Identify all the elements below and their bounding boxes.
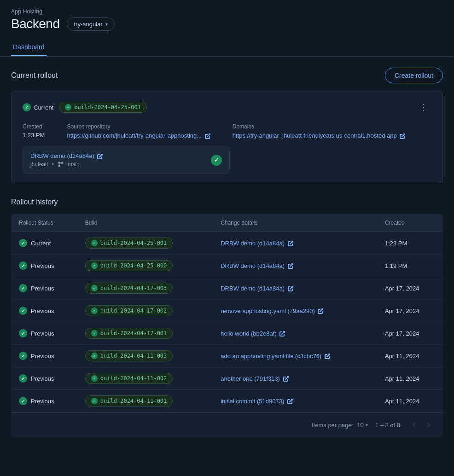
app-hosting-label: App Hosting bbox=[11, 8, 443, 15]
branch-dropdown-label: try-angular bbox=[74, 21, 102, 28]
row-change-link[interactable]: DRBW demo (d14a84a) bbox=[221, 240, 293, 247]
row-status-dot bbox=[19, 329, 27, 337]
cell-status: Previous bbox=[12, 322, 78, 345]
build-dot-icon bbox=[65, 104, 71, 110]
chevron-down-icon: ▾ bbox=[105, 22, 108, 27]
tab-bar: Dashboard bbox=[11, 39, 443, 56]
create-rollout-button[interactable]: Create rollout bbox=[385, 68, 443, 83]
current-rollout-card: Current build-2024-04-25-001 ⋮ Created 1… bbox=[11, 91, 443, 183]
cell-build: build-2024-04-11-002 bbox=[78, 367, 213, 390]
external-link-icon bbox=[205, 134, 210, 139]
branch-dropdown[interactable]: try-angular ▾ bbox=[67, 17, 114, 31]
table-row: Previous build-2024-04-11-001 initial co… bbox=[12, 390, 443, 412]
domains-meta: Domains https://try-angular–jhuleatt-fri… bbox=[233, 123, 406, 139]
per-page-select[interactable]: 10 ▾ bbox=[357, 422, 367, 429]
cell-change: DRBW demo (d14a84a) bbox=[213, 255, 378, 277]
per-page-value: 10 bbox=[357, 422, 363, 429]
build-id: build-2024-04-25-001 bbox=[74, 104, 141, 110]
cell-created: Apr 11, 2024 bbox=[378, 390, 443, 412]
page-navigation bbox=[407, 418, 435, 431]
row-build-id: build-2024-04-25-000 bbox=[100, 262, 167, 269]
card-top-row: Current build-2024-04-25-001 ⋮ bbox=[23, 100, 431, 114]
row-change-link[interactable]: initial commit (51d9073) bbox=[221, 398, 293, 405]
domain-link[interactable]: https://try-angular–jhuleatt-friendlyeat… bbox=[233, 132, 406, 139]
row-change-link[interactable]: DRBW demo (d14a84a) bbox=[221, 262, 293, 269]
cell-status: Previous bbox=[12, 300, 78, 322]
row-build-dot bbox=[91, 262, 98, 269]
cell-change: another one (791f313) bbox=[213, 367, 378, 390]
row-build-id: build-2024-04-17-002 bbox=[100, 308, 167, 314]
row-change-link[interactable]: DRBW demo (d14a84a) bbox=[221, 285, 293, 292]
source-repo-link[interactable]: https://github.com/jhuleatt/try-angular-… bbox=[67, 132, 210, 139]
row-build-id: build-2024-04-17-001 bbox=[100, 330, 167, 337]
cell-change: DRBW demo (d14a84a) bbox=[213, 277, 378, 300]
row-build-badge: build-2024-04-25-001 bbox=[85, 238, 173, 249]
row-external-icon bbox=[318, 308, 323, 314]
row-build-badge: build-2024-04-11-001 bbox=[85, 395, 173, 406]
current-rollout-title: Current rollout bbox=[11, 71, 58, 80]
row-build-id: build-2024-04-11-003 bbox=[100, 353, 167, 359]
row-change-link[interactable]: another one (791f313) bbox=[221, 375, 288, 382]
col-build: Build bbox=[78, 214, 213, 232]
status-dot-icon bbox=[23, 103, 31, 111]
commit-meta: jhuleatt • main bbox=[30, 161, 103, 168]
tab-dashboard[interactable]: Dashboard bbox=[11, 39, 47, 56]
cell-build: build-2024-04-25-000 bbox=[78, 255, 213, 277]
row-status-dot bbox=[19, 352, 27, 360]
cell-change: hello world (bb2e8af) bbox=[213, 322, 378, 345]
source-repo-label: Source repository bbox=[67, 123, 210, 130]
row-status-label: Previous bbox=[31, 330, 54, 337]
main-content: Current rollout Create rollout Current b… bbox=[0, 57, 454, 448]
backend-row: Backend try-angular ▾ bbox=[11, 17, 443, 31]
row-external-icon bbox=[288, 241, 293, 246]
branch-icon bbox=[58, 161, 64, 168]
source-repo-meta: Source repository https://github.com/jhu… bbox=[67, 123, 210, 139]
row-status-label: Previous bbox=[31, 285, 54, 292]
domains-label: Domains bbox=[233, 123, 406, 130]
cell-change: DRBW demo (d14a84a) bbox=[213, 232, 378, 255]
rollout-history-title: Rollout history bbox=[11, 198, 443, 206]
row-status-label: Previous bbox=[31, 353, 54, 360]
row-status-dot bbox=[19, 397, 27, 405]
commit-link[interactable]: DRBW demo (d14a84a) bbox=[30, 152, 103, 159]
row-build-dot bbox=[91, 398, 98, 404]
table-row: Previous build-2024-04-11-003 add an app… bbox=[12, 345, 443, 367]
cell-build: build-2024-04-11-003 bbox=[78, 345, 213, 367]
pagination-row: Items per page: 10 ▾ 1 – 8 of 8 bbox=[12, 412, 442, 437]
cell-build: build-2024-04-11-001 bbox=[78, 390, 213, 412]
cell-created: Apr 17, 2024 bbox=[378, 322, 443, 345]
cell-status: Current bbox=[12, 232, 78, 255]
table-row: Previous build-2024-04-25-000 DRBW demo … bbox=[12, 255, 443, 277]
row-build-dot bbox=[91, 285, 98, 291]
table-row: Previous build-2024-04-17-003 DRBW demo … bbox=[12, 277, 443, 300]
card-meta: Created 1:23 PM Source repository https:… bbox=[23, 123, 431, 139]
row-change-link[interactable]: add an apphosting.yaml file (c3cbc76) bbox=[221, 353, 330, 360]
table-row: Current build-2024-04-25-001 DRBW demo (… bbox=[12, 232, 443, 255]
cell-change: remove apphosting.yaml (79aa290) bbox=[213, 300, 378, 322]
col-rollout-status: Rollout Status bbox=[12, 214, 78, 232]
row-change-link[interactable]: remove apphosting.yaml (79aa290) bbox=[221, 308, 323, 314]
items-per-page-label: Items per page: bbox=[312, 422, 353, 429]
cell-status: Previous bbox=[12, 255, 78, 277]
table-row: Previous build-2024-04-17-002 remove app… bbox=[12, 300, 443, 322]
cell-change: add an apphosting.yaml file (c3cbc76) bbox=[213, 345, 378, 367]
row-build-badge: build-2024-04-17-002 bbox=[85, 305, 173, 316]
cell-status: Previous bbox=[12, 277, 78, 300]
page-title: Backend bbox=[11, 17, 59, 31]
row-status-label: Previous bbox=[31, 308, 54, 314]
row-status-dot bbox=[19, 307, 27, 315]
cell-status: Previous bbox=[12, 345, 78, 367]
cell-build: build-2024-04-25-001 bbox=[78, 232, 213, 255]
row-status-dot bbox=[19, 284, 27, 292]
row-build-id: build-2024-04-17-003 bbox=[100, 285, 167, 291]
row-build-badge: build-2024-04-17-003 bbox=[85, 283, 173, 294]
row-change-link[interactable]: hello world (bb2e8af) bbox=[221, 330, 285, 337]
commit-author: jhuleatt bbox=[30, 161, 48, 168]
cell-change: initial commit (51d9073) bbox=[213, 390, 378, 412]
row-external-icon bbox=[288, 286, 293, 291]
more-options-button[interactable]: ⋮ bbox=[416, 100, 431, 114]
row-external-icon bbox=[283, 376, 289, 382]
row-build-dot bbox=[91, 308, 98, 314]
page-range: 1 – 8 of 8 bbox=[375, 422, 400, 429]
row-build-dot bbox=[91, 353, 98, 359]
